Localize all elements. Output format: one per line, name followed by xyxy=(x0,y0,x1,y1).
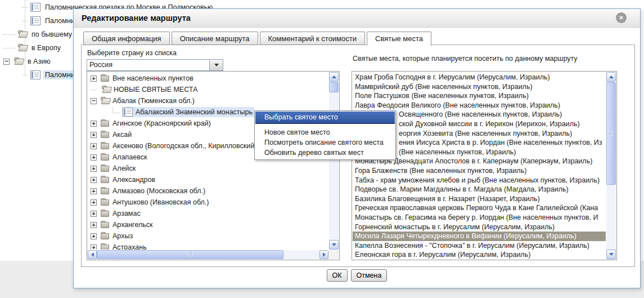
country-select-arrow-button[interactable] xyxy=(209,60,223,70)
expand-expander-icon[interactable]: + xyxy=(91,177,97,183)
tree-item[interactable]: +Архыз xyxy=(88,230,328,242)
tree-connector xyxy=(112,108,120,113)
tree-item-label: Александров xyxy=(112,176,155,184)
holy-place-item[interactable]: Лавра Феодосия Великого (Вне населенных … xyxy=(353,101,606,110)
tree-item[interactable]: НОВЫЕ СВЯТЫЕ МЕСТА xyxy=(88,84,328,95)
holy-place-item[interactable]: Греческая православная церковь Первого Ч… xyxy=(353,203,606,213)
scroll-down-button[interactable] xyxy=(606,250,616,259)
expand-expander-icon[interactable]: + xyxy=(91,211,97,217)
tree-item-label: Астрахань xyxy=(112,243,147,250)
tab-route-description[interactable]: Описание маршрута xyxy=(172,32,258,45)
tab-holy-places[interactable]: Святые места xyxy=(367,32,431,46)
holy-places-list-label: Святые места, которые планируется посети… xyxy=(353,55,578,63)
scroll-left-button[interactable] xyxy=(88,250,97,259)
tree-item[interactable]: +Александров xyxy=(88,174,328,185)
cancel-button[interactable]: Отмена xyxy=(351,269,388,282)
tree-item[interactable]: +Алмазово (Московская обл.) xyxy=(88,185,328,197)
document-icon xyxy=(30,16,40,25)
holy-place-item[interactable]: Могила Лазаря Четырехдневного в Вифании … xyxy=(353,232,606,241)
expand-expander-icon[interactable]: + xyxy=(91,222,97,228)
holy-place-item[interactable]: Базилика Благовещения в г. Назарет (Наза… xyxy=(353,194,606,204)
document-icon xyxy=(30,3,40,12)
tree-vertical-scrollbar[interactable] xyxy=(329,72,339,250)
collapse-expander-icon[interactable]: − xyxy=(3,59,10,65)
context-menu-item-select-holy-place[interactable]: Выбрать святое место xyxy=(255,112,395,124)
tree-hscroll-thumb[interactable] xyxy=(97,250,283,259)
holy-place-item[interactable]: Гора Блаженств (Вне населенных пунктов, … xyxy=(353,166,606,176)
tree-item-content: НОВЫЕ СВЯТЫЕ МЕСТА xyxy=(101,85,199,94)
folder-icon xyxy=(101,221,110,229)
tree-item[interactable]: +Антушково (Ивановская обл.) xyxy=(88,197,328,208)
holy-place-item[interactable]: Табха - храм умножения хлебов и рыб (Вне… xyxy=(353,176,606,185)
ok-button[interactable]: ОК xyxy=(327,269,348,282)
tree-item[interactable]: −в Азию xyxy=(3,55,52,68)
holy-place-item[interactable]: Храм Гроба Господня в г. Иерусалим (Иеру… xyxy=(353,73,606,82)
scroll-up-button[interactable] xyxy=(329,72,339,82)
tree-item[interactable]: −Абалак (Тюменская обл.) xyxy=(88,95,328,106)
context-menu-item-refresh-holy-places-tree[interactable]: Обновить дерево святых мест xyxy=(255,148,395,158)
list-vertical-scrollbar[interactable] xyxy=(606,72,616,259)
chevron-up-icon xyxy=(609,73,614,78)
tree-connector xyxy=(22,21,28,21)
folder-icon xyxy=(101,232,110,240)
tree-item-content: Вне населенных пунктов xyxy=(100,74,195,83)
holy-place-item[interactable]: Монастырь св. Герасима на берегу р. Иорд… xyxy=(353,213,606,223)
expand-expander-icon[interactable]: + xyxy=(91,75,97,82)
close-button[interactable]: ✕ xyxy=(616,12,627,23)
folder-icon xyxy=(101,210,110,217)
tree-item[interactable]: +Астрахань xyxy=(88,242,328,250)
tree-item[interactable]: +Архангельск xyxy=(88,219,328,230)
holy-place-item[interactable]: Горненский монастырь в г. Иерусалим (Иер… xyxy=(353,223,606,232)
expand-expander-icon[interactable]: + xyxy=(91,244,97,250)
tree-item-content: Астрахань xyxy=(100,243,148,250)
collapse-expander-icon[interactable]: − xyxy=(91,98,97,104)
page: Паломническая поездка по Москве и Подмос… xyxy=(0,0,644,298)
expand-expander-icon[interactable]: + xyxy=(91,143,97,149)
expand-expander-icon[interactable]: + xyxy=(91,188,97,194)
holy-place-item[interactable]: Поле Пастушков (Вне населенных пунктов, … xyxy=(353,91,606,101)
tree-item-content: Абалак (Тюменская обл.) xyxy=(100,96,196,105)
tree-item[interactable]: +Алейск xyxy=(88,163,328,174)
tree-item-label: Абалакский Знаменский монастырь xyxy=(136,108,253,116)
tree-item-content: Архангельск xyxy=(100,220,154,229)
expand-expander-icon[interactable]: + xyxy=(91,121,97,127)
tree-item[interactable]: в Европу xyxy=(3,42,62,54)
context-menu-item-new-holy-place[interactable]: Новое святое место xyxy=(255,127,395,137)
tree-item-content: Аксай xyxy=(100,130,133,139)
folder-open-icon xyxy=(14,57,23,65)
thumb-grip-icon xyxy=(188,252,192,257)
scroll-down-button[interactable] xyxy=(329,240,339,250)
tab-general-info[interactable]: Общая информация xyxy=(83,32,170,45)
tree-item[interactable]: Паломнич xyxy=(22,15,80,27)
tab-cost-comment[interactable]: Комментарий к стоимости xyxy=(260,32,365,45)
tree-horizontal-scrollbar[interactable] xyxy=(88,250,328,259)
tree-vscroll-thumb[interactable] xyxy=(329,82,339,92)
tree-item-label: Аксай xyxy=(112,131,132,139)
tree-item[interactable]: Паломнич xyxy=(22,69,80,81)
tree-item[interactable]: +Вне населенных пунктов xyxy=(88,73,328,84)
holy-place-item[interactable]: Елеонская гора в г. Иерусалим (Иерусалим… xyxy=(353,250,606,259)
country-select-value: Россия xyxy=(89,61,112,69)
scroll-up-button[interactable] xyxy=(606,72,616,82)
document-icon xyxy=(30,70,40,79)
holy-place-item[interactable]: Капелла Вознесения - "Стопочка" в г. Иер… xyxy=(353,241,606,251)
tree-item-label: по бывшему xyxy=(30,30,74,39)
scroll-right-button[interactable] xyxy=(319,250,328,259)
folder-icon xyxy=(101,74,110,82)
expand-expander-icon[interactable]: + xyxy=(91,199,97,206)
list-vscroll-thumb[interactable] xyxy=(606,82,616,185)
expand-expander-icon[interactable]: + xyxy=(91,166,97,172)
country-select[interactable]: Россия xyxy=(87,59,223,71)
tree-item-label: Алейск xyxy=(112,164,136,172)
tree-item-label: НОВЫЕ СВЯТЫЕ МЕСТА xyxy=(114,86,197,94)
tree-item[interactable]: +Арзамас xyxy=(88,208,328,219)
tree-item-content: Аксеново (Вологодская обл., Кирилловский… xyxy=(100,141,262,150)
holy-place-item[interactable]: Мамврийский дуб (Вне населенных пунктов,… xyxy=(353,82,606,92)
tree-item[interactable]: по бывшему xyxy=(3,28,74,41)
context-menu-item-view-holy-place-description[interactable]: Посмотреть описание святого места xyxy=(255,137,395,148)
expand-expander-icon[interactable]: + xyxy=(91,154,97,161)
tree-item-label: Аксеново (Вологодская обл., Кирилловский… xyxy=(112,142,260,150)
holy-place-item[interactable]: Подворье св. Марии Магдалины в г. Магдал… xyxy=(353,185,606,194)
expand-expander-icon[interactable]: + xyxy=(91,233,97,239)
expand-expander-icon[interactable]: + xyxy=(91,132,97,138)
